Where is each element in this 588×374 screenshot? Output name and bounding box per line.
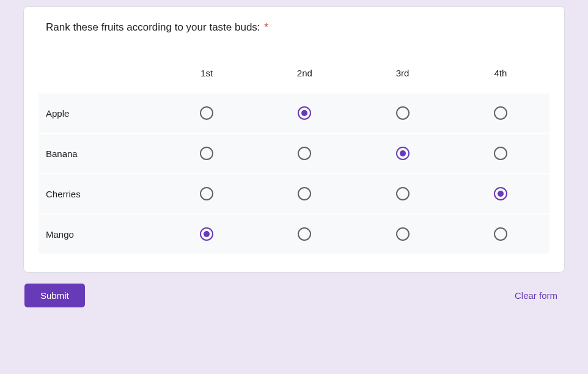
form-footer: Submit Clear form	[23, 284, 565, 307]
radio-option[interactable]	[200, 106, 213, 120]
radio-dot-icon	[301, 110, 307, 116]
radio-cell	[255, 147, 353, 160]
header-columns: 1st 2nd 3rd 4th	[158, 68, 549, 78]
question-card: Rank these fruits according to your tast…	[23, 6, 565, 273]
radio-cell	[255, 227, 353, 241]
radio-option[interactable]	[298, 187, 311, 200]
radio-cell	[452, 187, 549, 200]
radio-cell	[158, 227, 255, 241]
radio-cell	[255, 106, 353, 120]
radio-cell	[354, 187, 452, 200]
radio-option[interactable]	[494, 147, 507, 160]
question-title: Rank these fruits according to your tast…	[39, 21, 549, 34]
row-label: Banana	[39, 148, 158, 159]
radio-cell	[452, 106, 549, 120]
radio-cell	[452, 147, 549, 160]
row-options	[158, 227, 549, 241]
radio-cell	[354, 227, 452, 241]
radio-option[interactable]	[494, 106, 507, 120]
column-header: 3rd	[354, 68, 452, 78]
grid-header-row: 1st 2nd 3rd 4th	[39, 58, 549, 87]
row-label: Apple	[39, 108, 158, 119]
row-options	[158, 187, 549, 200]
required-asterisk: *	[264, 21, 268, 33]
radio-option[interactable]	[200, 227, 213, 241]
radio-cell	[158, 187, 255, 200]
radio-option[interactable]	[200, 147, 213, 160]
radio-option[interactable]	[396, 147, 410, 160]
row-options	[158, 147, 549, 160]
radio-option[interactable]	[494, 227, 507, 241]
radio-option[interactable]	[298, 147, 311, 160]
row-label: Mango	[39, 229, 158, 240]
column-header: 2nd	[255, 68, 353, 78]
radio-cell	[158, 147, 255, 160]
radio-option[interactable]	[396, 227, 410, 241]
column-header: 4th	[452, 68, 549, 78]
grid-row: Cherries	[39, 174, 549, 213]
radio-option[interactable]	[200, 187, 213, 200]
radio-cell	[452, 227, 549, 241]
radio-option[interactable]	[298, 227, 311, 241]
row-label: Cherries	[39, 189, 158, 199]
radio-dot-icon	[498, 191, 504, 197]
radio-option[interactable]	[298, 106, 311, 120]
radio-cell	[354, 106, 452, 120]
radio-option[interactable]	[494, 187, 507, 200]
radio-cell	[255, 187, 353, 200]
radio-cell	[158, 106, 255, 120]
clear-form-link[interactable]: Clear form	[515, 290, 564, 301]
radio-cell	[354, 147, 452, 160]
ranking-grid: 1st 2nd 3rd 4th AppleBananaCherriesMango	[39, 58, 549, 254]
column-header: 1st	[158, 68, 255, 78]
radio-dot-icon	[400, 150, 406, 156]
grid-row: Banana	[39, 134, 549, 173]
radio-option[interactable]	[396, 187, 410, 200]
submit-button[interactable]: Submit	[24, 284, 85, 307]
question-text: Rank these fruits according to your tast…	[46, 21, 260, 33]
radio-option[interactable]	[396, 106, 410, 120]
grid-row: Mango	[39, 215, 549, 254]
grid-row: Apple	[39, 94, 549, 133]
radio-dot-icon	[204, 231, 210, 237]
row-options	[158, 106, 549, 120]
